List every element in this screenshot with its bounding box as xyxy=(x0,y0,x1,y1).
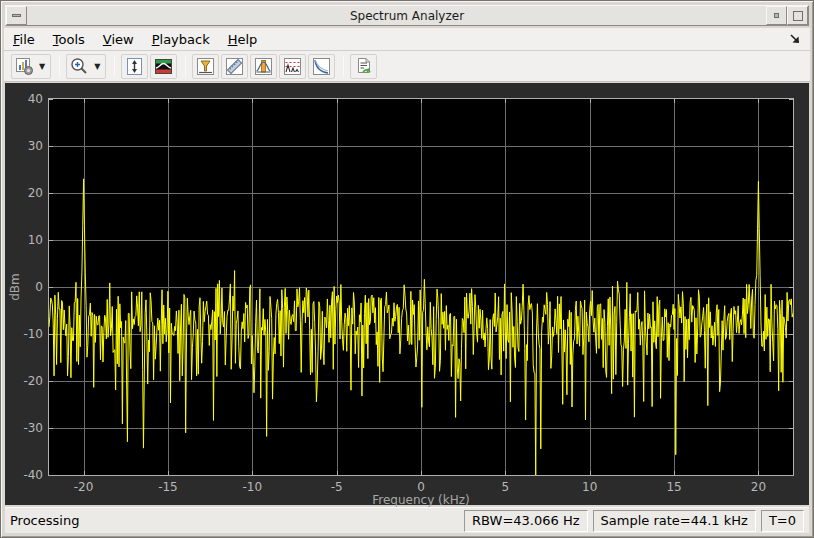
x-tick-label: 20 xyxy=(751,480,766,494)
zoom-in-icon xyxy=(69,56,90,77)
export-script-button[interactable] xyxy=(350,54,377,79)
zoom-button-dropdown[interactable]: ▼ xyxy=(90,62,103,71)
x-tick-label: -10 xyxy=(242,480,262,494)
menu-playback[interactable]: Playback xyxy=(143,29,219,50)
spectrum-axes[interactable] xyxy=(48,98,794,476)
x-tick-label: 5 xyxy=(502,480,510,494)
menu-file[interactable]: File xyxy=(4,29,44,50)
x-axis-label: Frequency (kHz) xyxy=(48,493,794,507)
channel-measure-icon xyxy=(253,56,274,77)
spectrum-settings-button-dropdown[interactable]: ▼ xyxy=(35,62,48,71)
toolbar-separator xyxy=(185,55,186,77)
menu-tools[interactable]: Tools xyxy=(44,29,94,50)
x-tick-label: 10 xyxy=(582,480,597,494)
ruler-icon xyxy=(224,56,245,77)
y-tick-label: -10 xyxy=(23,327,43,341)
statusbar: Processing RBW=43.066 HzSample rate=44.1… xyxy=(5,507,809,533)
x-tick-label: 0 xyxy=(417,480,425,494)
autoscale-icon xyxy=(124,56,145,77)
minimize-button[interactable] xyxy=(766,6,787,25)
spectrum-view-icon xyxy=(153,56,174,77)
toolbar-separator xyxy=(114,55,115,77)
plot-region: dBm -20-15-10-505101520403020100-10-20-3… xyxy=(5,83,809,505)
peak-finder-button[interactable] xyxy=(192,54,219,79)
menu-view[interactable]: View xyxy=(94,29,143,50)
x-tick-label: -15 xyxy=(158,480,178,494)
x-tick-label: -5 xyxy=(331,480,343,494)
distortion-measurements-button[interactable] xyxy=(279,54,306,79)
y-axis-label: dBm xyxy=(7,83,23,491)
titlebar[interactable]: Spectrum Analyzer xyxy=(5,5,809,26)
toolbar: ▼▼ xyxy=(4,51,810,82)
spectrum-settings-button[interactable]: ▼ xyxy=(11,54,51,79)
distortion-measure-icon xyxy=(282,56,303,77)
y-tick-label: -20 xyxy=(23,374,43,388)
y-tick-label: -30 xyxy=(23,421,43,435)
zoom-button[interactable]: ▼ xyxy=(66,54,106,79)
y-tick-label: 30 xyxy=(28,139,43,153)
status-panels: RBW=43.066 HzSample rate=44.1 kHzT=0 xyxy=(464,510,809,532)
spectrum-display-button[interactable] xyxy=(150,54,177,79)
settings-chart-icon xyxy=(14,56,35,77)
x-tick-label: 15 xyxy=(666,480,681,494)
dock-arrow-icon[interactable] xyxy=(788,32,802,46)
menu-items: FileToolsViewPlaybackHelp xyxy=(4,29,266,50)
channel-measurements-button[interactable] xyxy=(250,54,277,79)
y-tick-label: 10 xyxy=(28,233,43,247)
spectrum-analyzer-window: Spectrum Analyzer FileToolsViewPlaybackH… xyxy=(0,0,814,538)
y-tick-label: 40 xyxy=(28,92,43,106)
window-title: Spectrum Analyzer xyxy=(6,9,808,23)
toolbar-separator xyxy=(59,55,60,77)
autoscale-y-button[interactable] xyxy=(121,54,148,79)
peak-finder-icon xyxy=(195,56,216,77)
y-tick-label: -40 xyxy=(23,468,43,482)
rbw-panel: RBW=43.066 Hz xyxy=(464,510,587,532)
ccdf-icon xyxy=(311,56,332,77)
menu-help[interactable]: Help xyxy=(219,29,267,50)
y-tick-label: 20 xyxy=(28,186,43,200)
maximize-icon xyxy=(793,11,803,21)
maximize-button[interactable] xyxy=(787,6,808,25)
spectrum-plot-canvas[interactable] xyxy=(49,99,793,475)
y-tick-label: 0 xyxy=(35,280,43,294)
time-panel: T=0 xyxy=(761,510,804,532)
window-menu-icon xyxy=(12,14,21,17)
sample-rate-panel: Sample rate=44.1 kHz xyxy=(593,510,756,532)
cursor-measurements-button[interactable] xyxy=(221,54,248,79)
ccdf-measurements-button[interactable] xyxy=(308,54,335,79)
status-message: Processing xyxy=(5,513,464,528)
window-menu-button[interactable] xyxy=(6,6,27,25)
minimize-icon xyxy=(774,13,779,18)
menubar: FileToolsViewPlaybackHelp xyxy=(4,28,810,51)
x-tick-label: -20 xyxy=(74,480,94,494)
script-export-icon xyxy=(353,56,374,77)
toolbar-separator xyxy=(343,55,344,77)
